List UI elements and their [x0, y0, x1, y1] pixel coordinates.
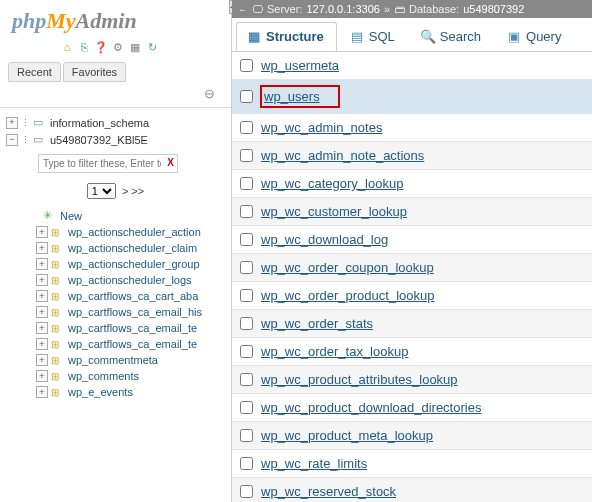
table-row[interactable]: wp_wc_order_tax_lookup	[232, 338, 592, 366]
table-link[interactable]: wp_wc_order_coupon_lookup	[261, 260, 434, 275]
table-row[interactable]: wp_usermeta	[232, 52, 592, 80]
collapse-icon[interactable]: ⊖	[0, 86, 231, 107]
pager-next[interactable]: > >>	[122, 185, 144, 197]
row-checkbox[interactable]	[240, 457, 253, 470]
table-row[interactable]: wp_wc_customer_lookup	[232, 198, 592, 226]
table-link[interactable]: wp_wc_order_stats	[261, 316, 373, 331]
tree-table-row[interactable]: +⊞ wp_cartflows_ca_cart_aba	[24, 288, 229, 304]
table-link[interactable]: wp_wc_product_attributes_lookup	[261, 372, 458, 387]
row-checkbox[interactable]	[240, 485, 253, 498]
tree-table-row[interactable]: +⊞ wp_cartflows_ca_email_te	[24, 336, 229, 352]
reload-icon[interactable]: ↻	[145, 40, 159, 54]
db-link[interactable]: u549807392	[463, 3, 524, 15]
table-row[interactable]: wp_wc_reserved_stock	[232, 478, 592, 502]
expand-icon[interactable]: +	[36, 226, 48, 238]
tab-recent[interactable]: Recent	[8, 62, 61, 82]
table-link[interactable]: wp_wc_category_lookup	[261, 176, 403, 191]
expand-icon[interactable]: +	[36, 290, 48, 302]
table-name: wp_commentmeta	[68, 354, 158, 366]
table-link[interactable]: wp_wc_download_log	[261, 232, 388, 247]
tree-table-row[interactable]: +⊞ wp_e_events	[24, 384, 229, 400]
row-checkbox[interactable]	[240, 373, 253, 386]
table-row[interactable]: wp_wc_download_log	[232, 226, 592, 254]
clear-filter-icon[interactable]: X	[167, 157, 174, 168]
row-checkbox[interactable]	[240, 261, 253, 274]
row-checkbox[interactable]	[240, 59, 253, 72]
expand-icon[interactable]: +	[36, 370, 48, 382]
table-link[interactable]: wp_wc_admin_notes	[261, 120, 382, 135]
table-row[interactable]: wp_wc_order_stats	[232, 310, 592, 338]
row-checkbox[interactable]	[240, 90, 253, 103]
settings-icon[interactable]: ⚙	[111, 40, 125, 54]
table-link[interactable]: wp_wc_order_tax_lookup	[261, 344, 408, 359]
table-row[interactable]: wp_wc_product_attributes_lookup	[232, 366, 592, 394]
row-checkbox[interactable]	[240, 345, 253, 358]
tree-table-row[interactable]: +⊞ wp_actionscheduler_group	[24, 256, 229, 272]
table-link[interactable]: wp_usermeta	[261, 58, 339, 73]
table-icon: ⊞	[51, 259, 59, 270]
expand-icon[interactable]: +	[36, 354, 48, 366]
table-link[interactable]: wp_wc_rate_limits	[261, 456, 367, 471]
expand-icon[interactable]: +	[36, 258, 48, 270]
tree-new[interactable]: ✳ New	[24, 207, 229, 224]
tab-sql[interactable]: ▤ SQL	[339, 22, 408, 51]
tree-table-row[interactable]: +⊞ wp_comments	[24, 368, 229, 384]
table-row[interactable]: wp_wc_order_product_lookup	[232, 282, 592, 310]
table-icon: ⊞	[51, 227, 59, 238]
row-checkbox[interactable]	[240, 233, 253, 246]
logout-icon[interactable]: ⎘	[77, 40, 91, 54]
tab-search[interactable]: 🔍 Search	[410, 22, 494, 51]
table-row[interactable]: wp_wc_product_meta_lookup	[232, 422, 592, 450]
tab-favorites[interactable]: Favorites	[63, 62, 126, 82]
table-link[interactable]: wp_wc_reserved_stock	[261, 484, 396, 499]
table-icon: ⊞	[51, 339, 59, 350]
tree-current-db[interactable]: − ⋮ ▭ u549807392_KBl5E	[2, 131, 229, 148]
home-icon[interactable]: ⌂	[60, 40, 74, 54]
table-row[interactable]: wp_wc_rate_limits	[232, 450, 592, 478]
row-checkbox[interactable]	[240, 317, 253, 330]
table-link[interactable]: wp_users	[264, 89, 320, 104]
docs-icon[interactable]: ❓	[94, 40, 108, 54]
collapse-icon[interactable]: −	[6, 134, 18, 146]
row-checkbox[interactable]	[240, 429, 253, 442]
page-select[interactable]: 1	[87, 183, 116, 199]
tab-structure[interactable]: ▦ Structure	[236, 22, 337, 51]
table-link[interactable]: wp_wc_product_meta_lookup	[261, 428, 433, 443]
table-row[interactable]: wp_wc_category_lookup	[232, 170, 592, 198]
table-link[interactable]: wp_wc_admin_note_actions	[261, 148, 424, 163]
filter-input[interactable]	[38, 154, 178, 173]
table-link[interactable]: wp_wc_order_product_lookup	[261, 288, 434, 303]
expand-icon[interactable]: +	[36, 322, 48, 334]
expand-icon[interactable]: +	[36, 338, 48, 350]
tree-table-row[interactable]: +⊞ wp_actionscheduler_logs	[24, 272, 229, 288]
table-link[interactable]: wp_wc_product_download_directories	[261, 400, 481, 415]
table-row[interactable]: wp_wc_order_coupon_lookup	[232, 254, 592, 282]
row-checkbox[interactable]	[240, 149, 253, 162]
expand-icon[interactable]: +	[6, 117, 18, 129]
table-link[interactable]: wp_wc_customer_lookup	[261, 204, 407, 219]
table-row[interactable]: wp_wc_admin_note_actions	[232, 142, 592, 170]
tab-label: Query	[526, 29, 561, 44]
expand-icon[interactable]: +	[36, 306, 48, 318]
expand-icon[interactable]: +	[36, 386, 48, 398]
table-row[interactable]: wp_wc_product_download_directories	[232, 394, 592, 422]
tree-information-schema[interactable]: + ⋮ ▭ information_schema	[2, 114, 229, 131]
table-row[interactable]: wp_wc_admin_notes	[232, 114, 592, 142]
row-checkbox[interactable]	[240, 289, 253, 302]
tree-table-row[interactable]: +⊞ wp_actionscheduler_action	[24, 224, 229, 240]
tree-table-row[interactable]: +⊞ wp_cartflows_ca_email_te	[24, 320, 229, 336]
tab-query[interactable]: ▣ Query	[496, 22, 574, 51]
tree-table-row[interactable]: +⊞ wp_cartflows_ca_email_his	[24, 304, 229, 320]
row-checkbox[interactable]	[240, 177, 253, 190]
row-checkbox[interactable]	[240, 205, 253, 218]
server-link[interactable]: 127.0.0.1:3306	[306, 3, 379, 15]
expand-icon[interactable]: +	[36, 242, 48, 254]
tree-table-row[interactable]: +⊞ wp_actionscheduler_claim	[24, 240, 229, 256]
table-row[interactable]: wp_users	[232, 80, 592, 114]
logo: phpMyAdmin	[0, 0, 231, 38]
row-checkbox[interactable]	[240, 401, 253, 414]
row-checkbox[interactable]	[240, 121, 253, 134]
nav-icon[interactable]: ▦	[128, 40, 142, 54]
tree-table-row[interactable]: +⊞ wp_commentmeta	[24, 352, 229, 368]
expand-icon[interactable]: +	[36, 274, 48, 286]
